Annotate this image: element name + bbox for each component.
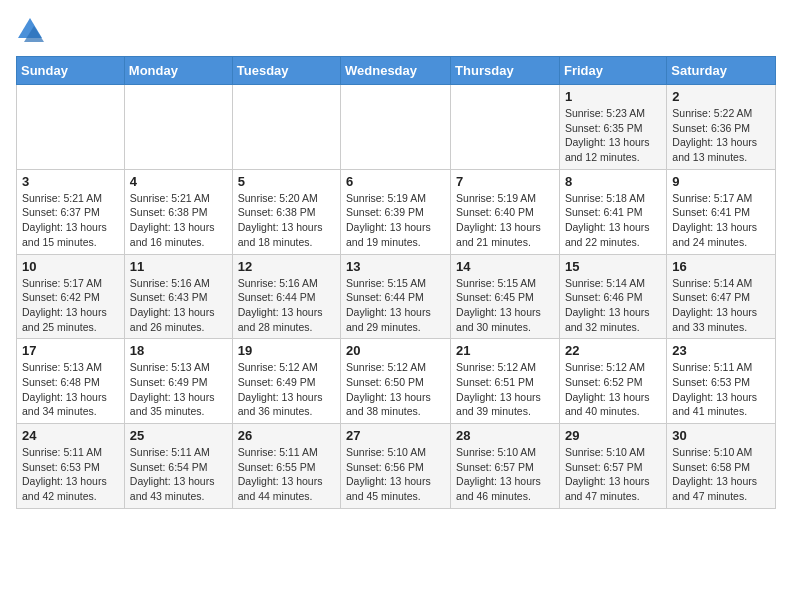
calendar-week-4: 17Sunrise: 5:13 AM Sunset: 6:48 PM Dayli… bbox=[17, 339, 776, 424]
calendar-cell: 28Sunrise: 5:10 AM Sunset: 6:57 PM Dayli… bbox=[451, 424, 560, 509]
calendar-cell: 8Sunrise: 5:18 AM Sunset: 6:41 PM Daylig… bbox=[559, 169, 666, 254]
calendar-cell: 5Sunrise: 5:20 AM Sunset: 6:38 PM Daylig… bbox=[232, 169, 340, 254]
logo bbox=[16, 16, 48, 44]
day-info: Sunrise: 5:15 AM Sunset: 6:45 PM Dayligh… bbox=[456, 276, 554, 335]
day-number: 26 bbox=[238, 428, 335, 443]
calendar-cell: 9Sunrise: 5:17 AM Sunset: 6:41 PM Daylig… bbox=[667, 169, 776, 254]
day-info: Sunrise: 5:13 AM Sunset: 6:48 PM Dayligh… bbox=[22, 360, 119, 419]
calendar-cell bbox=[232, 85, 340, 170]
day-header-friday: Friday bbox=[559, 57, 666, 85]
calendar-cell: 15Sunrise: 5:14 AM Sunset: 6:46 PM Dayli… bbox=[559, 254, 666, 339]
logo-icon bbox=[16, 16, 44, 44]
calendar-cell: 7Sunrise: 5:19 AM Sunset: 6:40 PM Daylig… bbox=[451, 169, 560, 254]
day-info: Sunrise: 5:12 AM Sunset: 6:52 PM Dayligh… bbox=[565, 360, 661, 419]
day-number: 19 bbox=[238, 343, 335, 358]
calendar-cell bbox=[451, 85, 560, 170]
day-info: Sunrise: 5:12 AM Sunset: 6:50 PM Dayligh… bbox=[346, 360, 445, 419]
day-number: 27 bbox=[346, 428, 445, 443]
calendar-cell bbox=[17, 85, 125, 170]
calendar-cell: 18Sunrise: 5:13 AM Sunset: 6:49 PM Dayli… bbox=[124, 339, 232, 424]
day-info: Sunrise: 5:10 AM Sunset: 6:57 PM Dayligh… bbox=[456, 445, 554, 504]
day-info: Sunrise: 5:11 AM Sunset: 6:53 PM Dayligh… bbox=[672, 360, 770, 419]
day-info: Sunrise: 5:21 AM Sunset: 6:37 PM Dayligh… bbox=[22, 191, 119, 250]
day-number: 30 bbox=[672, 428, 770, 443]
day-number: 29 bbox=[565, 428, 661, 443]
day-info: Sunrise: 5:16 AM Sunset: 6:43 PM Dayligh… bbox=[130, 276, 227, 335]
day-info: Sunrise: 5:13 AM Sunset: 6:49 PM Dayligh… bbox=[130, 360, 227, 419]
day-info: Sunrise: 5:11 AM Sunset: 6:53 PM Dayligh… bbox=[22, 445, 119, 504]
day-header-thursday: Thursday bbox=[451, 57, 560, 85]
day-info: Sunrise: 5:16 AM Sunset: 6:44 PM Dayligh… bbox=[238, 276, 335, 335]
day-header-monday: Monday bbox=[124, 57, 232, 85]
day-header-tuesday: Tuesday bbox=[232, 57, 340, 85]
day-info: Sunrise: 5:20 AM Sunset: 6:38 PM Dayligh… bbox=[238, 191, 335, 250]
calendar-cell: 17Sunrise: 5:13 AM Sunset: 6:48 PM Dayli… bbox=[17, 339, 125, 424]
day-header-wednesday: Wednesday bbox=[341, 57, 451, 85]
day-header-saturday: Saturday bbox=[667, 57, 776, 85]
calendar-cell: 27Sunrise: 5:10 AM Sunset: 6:56 PM Dayli… bbox=[341, 424, 451, 509]
calendar-week-1: 1Sunrise: 5:23 AM Sunset: 6:35 PM Daylig… bbox=[17, 85, 776, 170]
day-number: 21 bbox=[456, 343, 554, 358]
day-number: 7 bbox=[456, 174, 554, 189]
calendar-cell: 24Sunrise: 5:11 AM Sunset: 6:53 PM Dayli… bbox=[17, 424, 125, 509]
calendar-cell: 25Sunrise: 5:11 AM Sunset: 6:54 PM Dayli… bbox=[124, 424, 232, 509]
day-number: 10 bbox=[22, 259, 119, 274]
calendar-cell: 2Sunrise: 5:22 AM Sunset: 6:36 PM Daylig… bbox=[667, 85, 776, 170]
day-number: 5 bbox=[238, 174, 335, 189]
day-number: 12 bbox=[238, 259, 335, 274]
day-header-sunday: Sunday bbox=[17, 57, 125, 85]
calendar-cell: 14Sunrise: 5:15 AM Sunset: 6:45 PM Dayli… bbox=[451, 254, 560, 339]
calendar-cell: 23Sunrise: 5:11 AM Sunset: 6:53 PM Dayli… bbox=[667, 339, 776, 424]
day-number: 23 bbox=[672, 343, 770, 358]
day-number: 9 bbox=[672, 174, 770, 189]
calendar-cell: 6Sunrise: 5:19 AM Sunset: 6:39 PM Daylig… bbox=[341, 169, 451, 254]
day-number: 15 bbox=[565, 259, 661, 274]
calendar-week-3: 10Sunrise: 5:17 AM Sunset: 6:42 PM Dayli… bbox=[17, 254, 776, 339]
day-info: Sunrise: 5:17 AM Sunset: 6:41 PM Dayligh… bbox=[672, 191, 770, 250]
calendar-cell: 12Sunrise: 5:16 AM Sunset: 6:44 PM Dayli… bbox=[232, 254, 340, 339]
day-info: Sunrise: 5:14 AM Sunset: 6:46 PM Dayligh… bbox=[565, 276, 661, 335]
calendar-week-5: 24Sunrise: 5:11 AM Sunset: 6:53 PM Dayli… bbox=[17, 424, 776, 509]
day-number: 8 bbox=[565, 174, 661, 189]
calendar-cell: 22Sunrise: 5:12 AM Sunset: 6:52 PM Dayli… bbox=[559, 339, 666, 424]
day-info: Sunrise: 5:22 AM Sunset: 6:36 PM Dayligh… bbox=[672, 106, 770, 165]
calendar-cell bbox=[341, 85, 451, 170]
calendar-header-row: SundayMondayTuesdayWednesdayThursdayFrid… bbox=[17, 57, 776, 85]
day-info: Sunrise: 5:12 AM Sunset: 6:49 PM Dayligh… bbox=[238, 360, 335, 419]
day-info: Sunrise: 5:19 AM Sunset: 6:39 PM Dayligh… bbox=[346, 191, 445, 250]
calendar-week-2: 3Sunrise: 5:21 AM Sunset: 6:37 PM Daylig… bbox=[17, 169, 776, 254]
day-number: 3 bbox=[22, 174, 119, 189]
day-info: Sunrise: 5:17 AM Sunset: 6:42 PM Dayligh… bbox=[22, 276, 119, 335]
day-number: 17 bbox=[22, 343, 119, 358]
day-info: Sunrise: 5:12 AM Sunset: 6:51 PM Dayligh… bbox=[456, 360, 554, 419]
header bbox=[16, 16, 776, 44]
calendar-cell: 11Sunrise: 5:16 AM Sunset: 6:43 PM Dayli… bbox=[124, 254, 232, 339]
day-number: 14 bbox=[456, 259, 554, 274]
day-number: 22 bbox=[565, 343, 661, 358]
day-number: 13 bbox=[346, 259, 445, 274]
day-number: 28 bbox=[456, 428, 554, 443]
calendar: SundayMondayTuesdayWednesdayThursdayFrid… bbox=[16, 56, 776, 509]
day-info: Sunrise: 5:19 AM Sunset: 6:40 PM Dayligh… bbox=[456, 191, 554, 250]
day-number: 6 bbox=[346, 174, 445, 189]
calendar-cell: 30Sunrise: 5:10 AM Sunset: 6:58 PM Dayli… bbox=[667, 424, 776, 509]
calendar-cell: 21Sunrise: 5:12 AM Sunset: 6:51 PM Dayli… bbox=[451, 339, 560, 424]
day-info: Sunrise: 5:18 AM Sunset: 6:41 PM Dayligh… bbox=[565, 191, 661, 250]
day-number: 4 bbox=[130, 174, 227, 189]
calendar-cell: 13Sunrise: 5:15 AM Sunset: 6:44 PM Dayli… bbox=[341, 254, 451, 339]
day-info: Sunrise: 5:15 AM Sunset: 6:44 PM Dayligh… bbox=[346, 276, 445, 335]
day-number: 18 bbox=[130, 343, 227, 358]
day-number: 2 bbox=[672, 89, 770, 104]
calendar-cell: 1Sunrise: 5:23 AM Sunset: 6:35 PM Daylig… bbox=[559, 85, 666, 170]
day-info: Sunrise: 5:10 AM Sunset: 6:56 PM Dayligh… bbox=[346, 445, 445, 504]
day-info: Sunrise: 5:10 AM Sunset: 6:57 PM Dayligh… bbox=[565, 445, 661, 504]
day-number: 20 bbox=[346, 343, 445, 358]
calendar-cell bbox=[124, 85, 232, 170]
day-number: 1 bbox=[565, 89, 661, 104]
calendar-cell: 20Sunrise: 5:12 AM Sunset: 6:50 PM Dayli… bbox=[341, 339, 451, 424]
calendar-cell: 29Sunrise: 5:10 AM Sunset: 6:57 PM Dayli… bbox=[559, 424, 666, 509]
calendar-cell: 10Sunrise: 5:17 AM Sunset: 6:42 PM Dayli… bbox=[17, 254, 125, 339]
calendar-cell: 3Sunrise: 5:21 AM Sunset: 6:37 PM Daylig… bbox=[17, 169, 125, 254]
day-info: Sunrise: 5:11 AM Sunset: 6:55 PM Dayligh… bbox=[238, 445, 335, 504]
calendar-cell: 16Sunrise: 5:14 AM Sunset: 6:47 PM Dayli… bbox=[667, 254, 776, 339]
